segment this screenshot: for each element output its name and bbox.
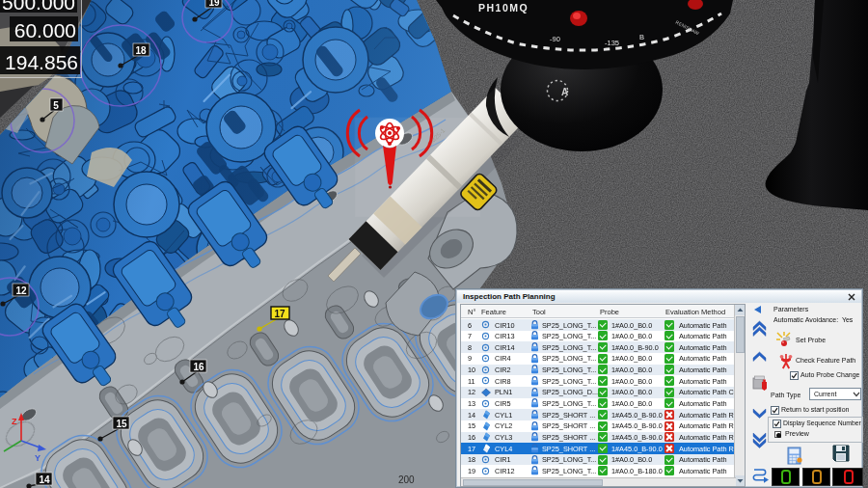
svg-text:16: 16: [193, 362, 204, 372]
svg-text:14: 14: [39, 474, 50, 485]
svg-text:12: 12: [15, 285, 27, 296]
svg-text:18: 18: [135, 45, 147, 56]
svg-text:200: 200: [398, 474, 415, 485]
svg-text:Z: Z: [12, 417, 17, 426]
svg-text:-90: -90: [550, 35, 560, 43]
svg-text:B: B: [639, 33, 644, 41]
svg-text:500.000: 500.000: [2, 0, 75, 14]
svg-text:15: 15: [116, 419, 127, 429]
svg-text:60.000: 60.000: [14, 19, 76, 41]
svg-text:17: 17: [274, 309, 285, 319]
svg-text:Y: Y: [35, 453, 41, 463]
svg-text:5: 5: [53, 100, 59, 111]
svg-text:A: A: [561, 87, 568, 97]
svg-text:19: 19: [208, 0, 220, 8]
svg-text:-135: -135: [605, 39, 619, 47]
svg-text:194.856: 194.856: [5, 51, 78, 73]
svg-text:PH10MQ: PH10MQ: [478, 2, 529, 14]
